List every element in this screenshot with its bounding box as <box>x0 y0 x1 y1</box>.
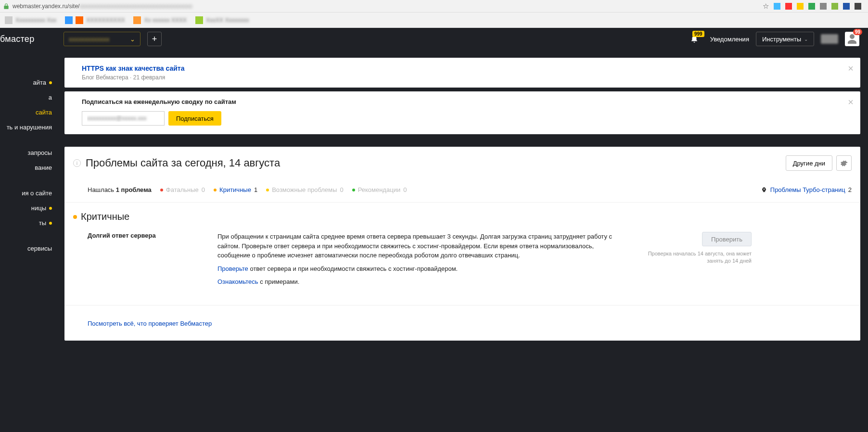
turbo-chip[interactable]: Проблемы Турбо-страниц 2 <box>761 186 852 193</box>
problems-summary: Нашлась 1 проблема Фатальные 0 Критичные… <box>88 186 852 193</box>
ext-icon[interactable] <box>855 3 861 10</box>
lock-icon <box>3 3 10 10</box>
tools-button[interactable]: Инструменты ⌄ <box>756 32 814 46</box>
possible-chip[interactable]: Возможные проблемы 0 <box>266 186 344 193</box>
settings-button[interactable] <box>836 155 852 171</box>
site-selector[interactable]: xxxxxxxxxxxxx ⌄ <box>64 32 140 46</box>
logo[interactable]: бмастер <box>0 34 57 44</box>
bookmarks-bar: Xxxxxxxxxx Xxx XXXXXXXXXX Xx xxxxxx XXXX… <box>0 13 868 28</box>
sidebar-item-active[interactable]: сайта <box>0 105 57 120</box>
see-all-link[interactable]: Посмотреть всё, что проверяет Вебмастер <box>88 320 852 327</box>
ext-icon[interactable] <box>808 3 815 10</box>
chevron-down-icon: ⌄ <box>804 37 808 42</box>
section-title: Критичные <box>81 211 129 222</box>
subscribe-title: Подписаться на еженедельную сводку по са… <box>82 98 841 105</box>
address-bar: webmaster.yandex.ru/site/xxxxxxxxxxxxxxx… <box>0 0 868 13</box>
issue-actions: Проверить Проверка началась 14 августа, … <box>641 232 752 291</box>
sidebar-item[interactable]: вание <box>0 160 57 175</box>
url-text[interactable]: webmaster.yandex.ru/site/xxxxxxxxxxxxxxx… <box>13 3 763 10</box>
check-link[interactable]: Проверьте <box>217 265 248 272</box>
check-note: Проверка началась 14 августа, она может … <box>641 250 752 265</box>
url-path-blurred: xxxxxxxxxxxxxxxxxxxxxxxxxxxxxxxxxxxxxxx <box>79 3 192 10</box>
avatar-badge: 99 <box>853 29 862 35</box>
sidebar-item[interactable]: ты <box>0 216 57 230</box>
other-days-button[interactable]: Другие дни <box>786 155 832 171</box>
sidebar-item[interactable]: а <box>0 90 57 105</box>
close-icon[interactable]: × <box>848 64 854 73</box>
bookmark-item[interactable]: Xx xxxxxx XXXX <box>133 16 187 24</box>
subscribe-button[interactable]: Подписаться <box>168 111 221 126</box>
tools-button-label: Инструменты <box>762 36 801 43</box>
bookmark-item[interactable]: Xxxxxxxxxx Xxx <box>5 16 56 24</box>
info-icon[interactable]: i <box>73 159 81 167</box>
locale-indicator[interactable] <box>821 34 838 44</box>
subscribe-panel: Подписаться на еженедельную сводку по са… <box>64 91 860 134</box>
avatar[interactable]: 99 <box>845 32 859 46</box>
chevron-down-icon: ⌄ <box>130 36 135 43</box>
recom-chip[interactable]: Рекомендации 0 <box>352 186 407 193</box>
sidebar-item[interactable]: запросы <box>0 145 57 160</box>
blog-banner: HTTPS как знак качества сайта Блог Вебма… <box>64 58 860 88</box>
sidebar-item[interactable]: сервисы <box>0 241 57 256</box>
dot-icon <box>73 215 77 219</box>
check-button[interactable]: Проверить <box>702 232 752 246</box>
browser-chrome: webmaster.yandex.ru/site/xxxxxxxxxxxxxxx… <box>0 0 868 28</box>
close-icon[interactable]: × <box>848 97 854 107</box>
ext-icon[interactable] <box>820 3 827 10</box>
notifications-bell[interactable]: 999 <box>689 34 700 44</box>
ext-icon[interactable] <box>797 3 804 10</box>
issue-row: Долгий ответ сервера При обращении к стр… <box>73 232 852 291</box>
bookmark-item[interactable]: XXXXXXXXXX <box>65 16 125 24</box>
site-selector-value: xxxxxxxxxxxxx <box>69 36 130 43</box>
notifications-label[interactable]: Уведомления <box>710 36 749 43</box>
add-site-button[interactable]: + <box>147 32 162 46</box>
url-host: webmaster.yandex.ru/site/ <box>13 3 79 10</box>
bookmark-item[interactable]: XxxXX Xxxxxxxx <box>195 16 249 24</box>
email-field[interactable] <box>82 111 165 126</box>
section-header-critical: Критичные <box>73 211 852 222</box>
ext-icon[interactable] <box>785 3 792 10</box>
content-area: HTTPS как знак качества сайта Блог Вебма… <box>57 50 868 348</box>
found-label: Нашлась 1 проблема <box>88 186 152 193</box>
blog-subtitle: Блог Вебмастера · 21 февраля <box>82 74 841 81</box>
blog-title-link[interactable]: HTTPS как знак качества сайта <box>82 64 841 72</box>
app-header: бмастер xxxxxxxxxxxxx ⌄ + 999 Уведомлени… <box>0 28 868 50</box>
rocket-icon <box>761 187 767 193</box>
sidebar-item[interactable]: айта <box>0 75 57 90</box>
issue-name: Долгий ответ сервера <box>88 232 198 291</box>
ext-icon[interactable] <box>843 3 850 10</box>
examples-link[interactable]: Ознакомьтесь <box>217 278 258 285</box>
bookmark-star-icon[interactable]: ☆ <box>763 2 769 11</box>
problems-panel: i Проблемы сайта за сегодня, 14 августа … <box>64 147 860 341</box>
sidebar-item[interactable]: ницы <box>0 201 57 216</box>
fatal-chip[interactable]: Фатальные 0 <box>160 186 205 193</box>
sidebar-item[interactable]: ия о сайте <box>0 186 57 201</box>
bell-badge: 999 <box>692 31 704 37</box>
ext-icon[interactable] <box>774 3 780 10</box>
gear-icon <box>840 159 848 167</box>
sidebar-item[interactable]: ть и нарушения <box>0 120 57 135</box>
critical-chip[interactable]: Критичные 1 <box>214 186 257 193</box>
issue-description: При обращении к страницам сайта среднее … <box>217 232 622 291</box>
ext-icon[interactable] <box>831 3 838 10</box>
problems-title: Проблемы сайта за сегодня, 14 августа <box>86 157 280 169</box>
sidebar: айта а сайта ть и нарушения запросы вани… <box>0 50 57 348</box>
